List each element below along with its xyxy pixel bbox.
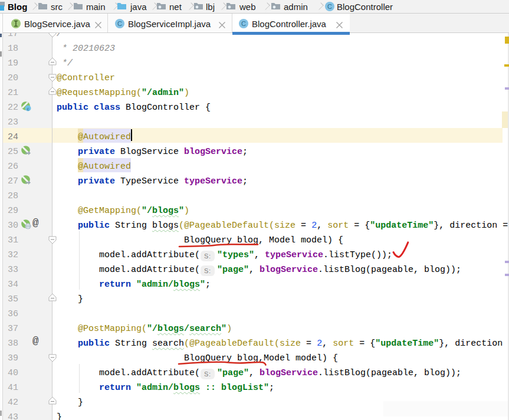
svg-text:c: c xyxy=(27,106,29,111)
svg-text:C: C xyxy=(327,3,332,10)
svg-text:C: C xyxy=(117,20,122,27)
svg-text:C: C xyxy=(241,20,246,27)
